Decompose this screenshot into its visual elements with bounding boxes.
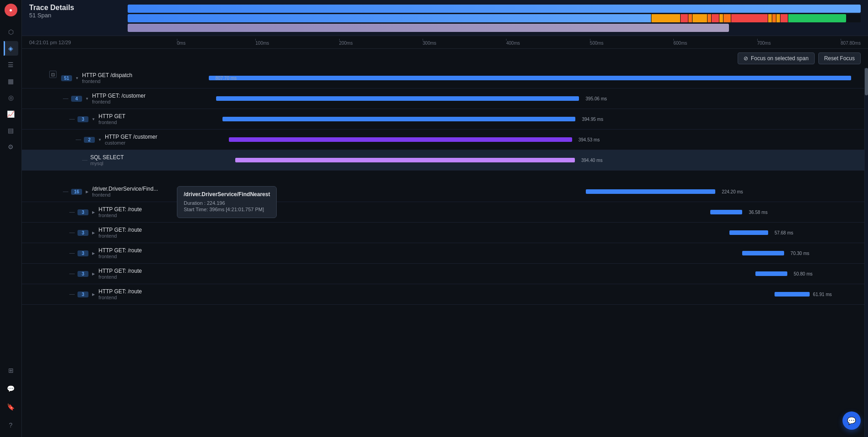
- span-count: 51 Span: [29, 12, 120, 19]
- span-duration: 807.70 ms: [215, 76, 237, 81]
- sidebar-item-metrics[interactable]: ▦: [4, 73, 18, 89]
- sidebar-item-dashboard[interactable]: ⬡: [4, 24, 18, 40]
- sidebar-item-table[interactable]: ▤: [4, 122, 18, 139]
- span-label-area: 3 ▶ HTTP GET: /route frontend: [67, 245, 222, 262]
- sidebar-item-analytics[interactable]: 📈: [4, 106, 18, 122]
- span-name: HTTP GET: /customer: [92, 93, 145, 99]
- span-count-badge: 16: [71, 189, 82, 195]
- ruler-ticks: 0ms 100ms 200ms 300ms 400ms 500ms: [177, 39, 861, 46]
- table-icon[interactable]: ▤: [4, 123, 18, 138]
- app-logo[interactable]: ●: [5, 4, 17, 16]
- span-timeline: 36.58 ms: [222, 202, 864, 222]
- span-bar: [775, 292, 810, 297]
- traces-icon[interactable]: ◈: [4, 41, 18, 56]
- span-row[interactable]: 3 ▶ HTTP GET: /route frontend 70.30 ms: [22, 243, 864, 264]
- bookmark-icon[interactable]: 🔖: [4, 400, 18, 414]
- span-bar: [710, 210, 742, 214]
- metrics-icon[interactable]: ▦: [4, 74, 18, 88]
- span-label-area: 16 ▶ /driver.DriverService/Find... front…: [61, 183, 216, 200]
- chat-button[interactable]: 💬: [842, 411, 861, 430]
- tick-100ms: 100ms: [255, 39, 269, 46]
- scrollbar-thumb[interactable]: [865, 68, 868, 95]
- trace-content: ⊡ 51 ▼ HTTP GET /dispatch frontend: [22, 68, 868, 437]
- span-toggle[interactable]: ▼: [74, 75, 80, 81]
- span-bar: [729, 230, 768, 235]
- sidebar-item-traces[interactable]: ◈: [4, 40, 18, 57]
- tick-0ms: 0ms: [177, 39, 186, 46]
- focus-selected-button[interactable]: ⊘ Focus on selected span: [738, 52, 815, 64]
- span-name-group: SQL SELECT mysql: [90, 154, 124, 166]
- span-toggle[interactable]: ▼: [84, 95, 90, 102]
- vertical-scrollbar[interactable]: [864, 68, 868, 437]
- span-name-group: HTTP GET: /route frontend: [98, 268, 142, 280]
- span-toggle[interactable]: ▼: [90, 116, 97, 122]
- filter-icon: ⊘: [744, 55, 748, 62]
- span-toggle[interactable]: ▶: [90, 291, 97, 297]
- span-duration: 394.40 ms: [581, 158, 603, 163]
- dashboard-icon[interactable]: ⬡: [4, 25, 18, 39]
- span-row[interactable]: 3 ▶ HTTP GET: /route frontend 36.58 ms: [22, 202, 864, 223]
- tick-700ms: 700ms: [757, 39, 771, 46]
- span-label-area: 3 ▼ HTTP GET frontend: [67, 110, 222, 128]
- sidebar-item-alerts[interactable]: ◎: [4, 89, 18, 106]
- span-name: HTTP GET: /route: [98, 268, 142, 274]
- span-name: HTTP GET: /route: [98, 206, 142, 213]
- span-toggle[interactable]: ▶: [90, 271, 97, 277]
- span-timeline: 394.95 ms: [222, 109, 864, 129]
- span-count-badge: 4: [71, 96, 82, 102]
- span-row[interactable]: 51 ▼ HTTP GET /dispatch frontend 807.70 …: [22, 68, 864, 88]
- span-timeline: 50.80 ms: [222, 264, 864, 284]
- expand-collapse-button[interactable]: ⊡: [49, 71, 57, 78]
- span-row[interactable]: 3 ▶ HTTP GET: /route frontend 57.68 ms: [22, 223, 864, 243]
- minimap-row-1: [128, 5, 861, 13]
- span-bar: [229, 137, 572, 142]
- span-label-area: 2 ▼ HTTP GET /customer customer: [74, 131, 229, 148]
- span-name: HTTP GET: /route: [98, 288, 142, 295]
- span-duration: 36.58 ms: [749, 210, 768, 215]
- sidebar-bottom: ⊞ 💬 🔖 ?: [4, 362, 18, 433]
- span-name: /driver.DriverService/Find...: [92, 186, 158, 192]
- span-label-area: 3 ▶ HTTP GET: /route frontend: [67, 286, 222, 303]
- span-toggle[interactable]: ▶: [90, 250, 97, 256]
- alerts-icon[interactable]: ◎: [4, 90, 18, 105]
- span-timeline: 224.20 ms: [216, 182, 864, 202]
- span-duration: 50.80 ms: [794, 271, 812, 276]
- span-name-group: /driver.DriverService/Find... frontend: [92, 186, 158, 198]
- span-timeline: 61.91 ms: [222, 284, 864, 304]
- span-name-group: HTTP GET frontend: [98, 113, 125, 125]
- panel-icon[interactable]: ⊞: [4, 363, 18, 378]
- span-row[interactable]: 3 ▶ HTTP GET: /route frontend 50.80 ms: [22, 264, 864, 284]
- help-icon[interactable]: ?: [4, 418, 18, 432]
- span-row[interactable]: SQL SELECT mysql 394.40 ms: [22, 150, 864, 171]
- minimap-row-3: [128, 24, 729, 32]
- settings-icon[interactable]: ⚙: [4, 140, 18, 154]
- span-label-area: SQL SELECT mysql: [80, 151, 235, 169]
- span-row[interactable]: 3 ▶ HTTP GET: /route frontend 61.91 ms: [22, 284, 864, 305]
- logs-icon[interactable]: ☰: [4, 57, 18, 72]
- reset-focus-button[interactable]: Reset Focus: [818, 52, 861, 64]
- message-icon[interactable]: 💬: [4, 381, 18, 396]
- span-count-badge: 3: [78, 250, 88, 256]
- span-name-group: HTTP GET: /customer frontend: [92, 93, 145, 104]
- span-toggle[interactable]: ▶: [90, 209, 97, 215]
- trace-list[interactable]: ⊡ 51 ▼ HTTP GET /dispatch frontend: [22, 68, 864, 437]
- span-label-area: 4 ▼ HTTP GET: /customer frontend: [61, 90, 216, 107]
- span-row[interactable]: 16 ▶ /driver.DriverService/Find... front…: [22, 182, 864, 202]
- span-row[interactable]: 4 ▼ HTTP GET: /customer frontend 395.06 …: [22, 88, 864, 109]
- analytics-icon[interactable]: 📈: [4, 107, 18, 121]
- sidebar-item-logs[interactable]: ☰: [4, 57, 18, 73]
- span-name-group: HTTP GET: /route frontend: [98, 288, 142, 300]
- span-toggle[interactable]: ▶: [84, 188, 90, 195]
- span-duration: 57.68 ms: [775, 230, 793, 235]
- span-name-group: HTTP GET /dispatch frontend: [82, 72, 132, 84]
- span-name-group: HTTP GET /customer customer: [105, 134, 157, 146]
- span-label-area: 3 ▶ HTTP GET: /route frontend: [67, 203, 222, 221]
- span-toggle[interactable]: ▼: [97, 136, 103, 143]
- span-service: frontend: [92, 99, 145, 104]
- span-row[interactable]: 3 ▼ HTTP GET frontend 394.95 ms: [22, 109, 864, 130]
- span-name-group: HTTP GET: /route frontend: [98, 227, 142, 239]
- sidebar-item-settings[interactable]: ⚙: [4, 139, 18, 155]
- span-row[interactable]: 2 ▼ HTTP GET /customer customer 394.53 m…: [22, 130, 864, 150]
- span-toggle[interactable]: ▶: [90, 229, 97, 236]
- span-count-badge: 3: [78, 209, 88, 215]
